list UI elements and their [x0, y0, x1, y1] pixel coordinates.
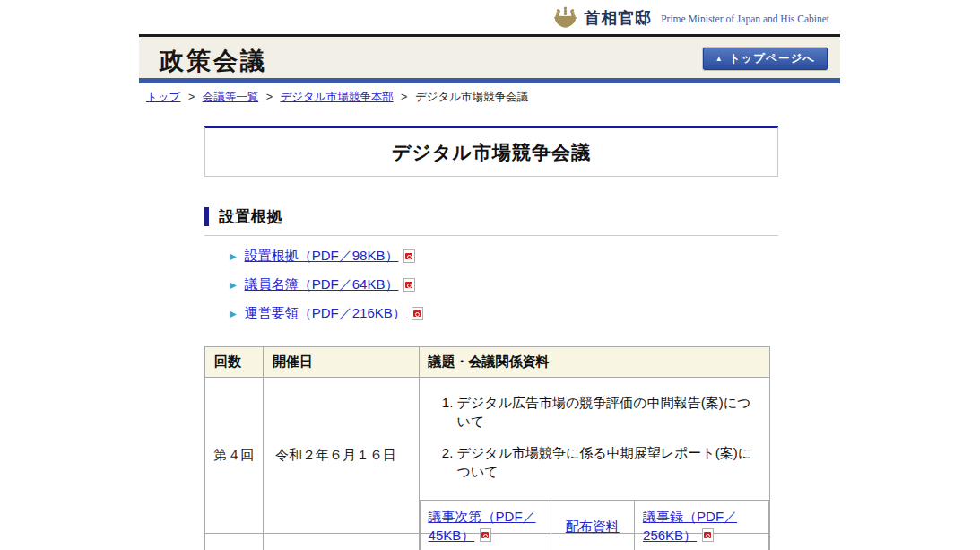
column-header-date: 開催日	[263, 347, 419, 378]
list-item: ▶ 議員名簿（PDF／64KB）	[230, 276, 423, 293]
top-band: 首相官邸 Prime Minister of Japan and His Cab…	[0, 0, 980, 34]
column-header-agenda: 議題・会議関係資料	[419, 347, 769, 378]
meeting-date	[263, 534, 419, 550]
section-heading-text: 設置根拠	[219, 206, 283, 227]
operation-guidelines-pdf-link[interactable]: 運営要領（PDF／216KB）	[245, 305, 406, 322]
table-header-row: 回数 開催日 議題・会議関係資料	[205, 347, 770, 378]
handout-cell: 配布資料	[551, 501, 634, 550]
triangle-bullet-icon: ▶	[230, 281, 237, 290]
establishment-basis-pdf-link[interactable]: 設置根拠（PDF／98KB）	[245, 248, 399, 265]
to-top-page-button[interactable]: ▲ トップページへ	[703, 48, 828, 70]
breadcrumb: トップ > 会議等一覧 > デジタル市場競争本部 > デジタル市場競争会議	[146, 90, 528, 105]
meeting-round: 第４回	[205, 378, 264, 534]
table-row: 議事次第（PDF／45KB） 配布資料 議事録（PDF／256KB）	[420, 501, 768, 550]
breadcrumb-separator: >	[266, 91, 273, 103]
brand-title: 首相官邸	[584, 7, 652, 29]
page-title: デジタル市場競争会議	[392, 140, 591, 165]
column-header-round: 回数	[205, 347, 264, 378]
meetings-table: 回数 開催日 議題・会議関係資料 第４回 令和２年６月１６日 デジタル広告市場の…	[204, 346, 770, 550]
page-title-box: デジタル市場競争会議	[204, 126, 778, 177]
header-band: 政策会議 ▲ トップページへ	[139, 34, 840, 83]
breadcrumb-current: デジタル市場競争会議	[415, 91, 528, 103]
pdf-icon	[403, 278, 415, 292]
section-accent-bar	[204, 207, 209, 226]
section-heading: 設置根拠	[204, 206, 778, 236]
minutes-pdf-link[interactable]: 議事録（PDF／256KB）	[643, 509, 737, 543]
minutes-pdf-cell: 議事録（PDF／256KB）	[635, 501, 769, 550]
meeting-documents-table: 議事次第（PDF／45KB） 配布資料 議事録（PDF／256KB）	[420, 500, 769, 550]
list-item: ▶ 運営要領（PDF／216KB）	[230, 305, 423, 322]
triangle-bullet-icon: ▶	[230, 310, 237, 319]
breadcrumb-link-top[interactable]: トップ	[146, 91, 180, 103]
breadcrumb-separator: >	[401, 91, 407, 103]
breadcrumb-separator: >	[188, 91, 195, 103]
site-brand[interactable]: 首相官邸 Prime Minister of Japan and His Cab…	[553, 6, 829, 29]
meeting-agenda-cell: デジタル広告市場の競争評価の中間報告(案)について デジタル市場競争に係る中期展…	[419, 378, 769, 534]
pdf-icon	[480, 528, 491, 542]
table-row: 第４回 令和２年６月１６日 デジタル広告市場の競争評価の中間報告(案)について …	[205, 378, 770, 534]
breadcrumb-link-meetings[interactable]: 会議等一覧	[203, 91, 259, 103]
member-roster-pdf-link[interactable]: 議員名簿（PDF／64KB）	[245, 276, 399, 293]
handout-link[interactable]: 配布資料	[566, 519, 620, 534]
pdf-icon	[702, 528, 714, 542]
list-item: ▶ 設置根拠（PDF／98KB）	[230, 248, 423, 265]
up-triangle-icon: ▲	[715, 55, 724, 63]
meeting-round	[205, 534, 264, 550]
breadcrumb-link-headquarters[interactable]: デジタル市場競争本部	[280, 91, 393, 103]
document-link-list: ▶ 設置根拠（PDF／98KB） ▶ 議員名簿（PDF／64KB） ▶ 運営要領…	[230, 248, 423, 334]
agenda-item: デジタル市場競争に係る中期展望レポート(案)について	[457, 443, 760, 482]
pdf-icon	[403, 249, 415, 263]
brand-subtitle: Prime Minister of Japan and His Cabinet	[661, 11, 829, 24]
meeting-date: 令和２年６月１６日	[263, 378, 419, 534]
agenda-list: デジタル広告市場の競争評価の中間報告(案)について デジタル市場競争に係る中期展…	[420, 393, 760, 493]
agenda-item: デジタル広告市場の競争評価の中間報告(案)について	[457, 393, 760, 432]
agenda-pdf-cell: 議事次第（PDF／45KB）	[420, 501, 551, 550]
triangle-bullet-icon: ▶	[230, 252, 237, 261]
government-crest-icon	[553, 6, 577, 29]
pdf-icon	[412, 307, 423, 320]
to-top-page-label: トップページへ	[729, 51, 815, 66]
header-accent-bar	[139, 78, 840, 83]
page-section-title: 政策会議	[160, 45, 267, 77]
